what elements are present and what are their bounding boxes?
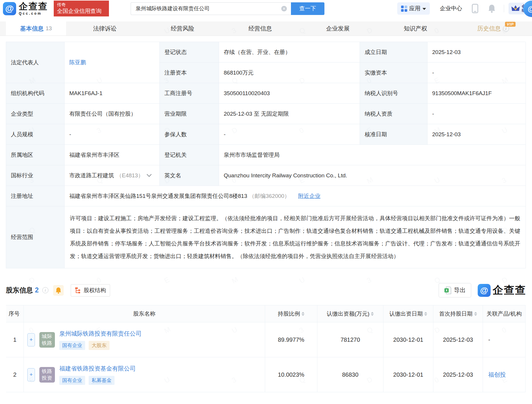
search-input[interactable]: [131, 2, 291, 15]
field-company-type-value: 有限责任公司（国有控股）: [65, 104, 160, 124]
field-staff-size-value: -: [65, 124, 160, 145]
apps-grid-icon: [401, 6, 407, 12]
shareholders-title: 股东信息: [6, 286, 33, 295]
field-english-name-label: 英文名: [160, 165, 219, 186]
tab-operation-info[interactable]: 经营信息: [221, 21, 299, 36]
row1-shareholder-link[interactable]: 泉州城际铁路投资有限责任公司: [59, 330, 142, 338]
enterprise-center-link[interactable]: 企业中心: [440, 5, 462, 12]
field-taxpayer-qual-label: 纳税人资质: [360, 104, 427, 124]
field-approval-date-label: 核准日期: [360, 124, 427, 145]
row1-related: -: [483, 322, 526, 357]
qcc-logo-text: 企查查: [19, 2, 48, 11]
row2-avatar-line1: 铁路: [42, 368, 53, 375]
sort-subscribe-date-icon[interactable]: [424, 312, 427, 316]
section-qcc-logo-text: 企查查: [493, 283, 526, 297]
row1-first-hold-date: 2025-12-03: [433, 322, 483, 357]
row1-amount: 781270: [317, 322, 383, 357]
tab-legal-litigation-label: 法律诉讼: [93, 25, 117, 33]
shareholders-section-header: 股东信息 2 i 股权结构 X: [6, 283, 526, 297]
tab-basic-info-label: 基本信息: [20, 25, 43, 33]
nearby-companies-link[interactable]: 附近企业: [298, 192, 320, 200]
promo-banner[interactable]: 传奇 全国企业信用查询: [54, 1, 109, 16]
row1-avatar-line1: 城际: [42, 333, 53, 340]
field-paid-capital-label: 实缴资本: [360, 63, 427, 83]
qcc-logo[interactable]: @ 企查查 Qcc.com: [3, 2, 48, 15]
row1-no: 1: [6, 322, 24, 357]
section-qcc-logo: @ 企查查: [478, 283, 526, 297]
address-postcode: （邮编362000）: [249, 192, 290, 200]
row2-shareholder-link[interactable]: 福建省铁路投资基金有限公司: [59, 365, 136, 373]
tab-bar: 基本信息 13 法律诉讼 经营风险 经营信息 企业发展 知识产权 VIP 历史信…: [0, 21, 532, 36]
row2-first-hold-date: 2025-12-03: [433, 357, 483, 392]
row1-subscribe-date: 2030-12-01: [383, 322, 433, 357]
field-address-label: 注册地址: [6, 186, 65, 206]
field-english-name-value: Quanzhou Intercity Railway Construction …: [219, 165, 526, 186]
row2-expand-button[interactable]: +: [27, 368, 35, 381]
promo-line1: 传奇: [57, 2, 106, 8]
field-biz-term-value: 2025-12-03 至 无固定期限: [219, 104, 360, 124]
tab-operation-risk[interactable]: 经营风险: [144, 21, 222, 36]
row2-ratio: 10.0023%: [265, 357, 317, 392]
field-legal-rep-value: 陈亚鹏: [65, 42, 160, 83]
field-org-code-label: 组织机构代码: [6, 83, 65, 104]
row2-tag-private-fund: 私募基金: [89, 376, 115, 385]
sort-first-hold-date-icon[interactable]: [474, 312, 477, 316]
tab-operation-risk-label: 经营风险: [171, 25, 194, 33]
industry-expand-chevron-icon[interactable]: [147, 174, 152, 177]
col-header-related: 关联产品/机构: [483, 305, 526, 322]
field-reg-authority-label: 登记机关: [160, 145, 219, 165]
legal-rep-link[interactable]: 陈亚鹏: [69, 59, 86, 66]
sort-amount-icon[interactable]: [371, 312, 374, 316]
svg-text:X: X: [445, 289, 448, 292]
row2-tag-state-owned: 国有企业: [59, 376, 85, 385]
field-scope-label: 经营范围: [6, 206, 65, 268]
field-region-value: 福建省泉州市丰泽区: [65, 145, 160, 165]
search-button[interactable]: 查一下: [291, 2, 324, 15]
row1-tag-major-shareholder: 大股东: [89, 341, 110, 350]
field-reg-status-label: 登记状态: [160, 42, 219, 63]
tab-history-info[interactable]: VIP 历史信息 i: [454, 21, 532, 36]
page: @ 企查查 Qcc.com 传奇 全国企业信用查询 ✕ 查一下: [0, 0, 532, 404]
field-industry-label: 国标行业: [6, 165, 65, 186]
row2-related-link[interactable]: 福创投: [488, 371, 506, 379]
org-chart-icon: [75, 287, 81, 294]
col-header-amount[interactable]: 认缴出资额(万元): [317, 305, 383, 322]
tab-history-info-label: 历史信息: [477, 25, 501, 33]
field-address-value: 福建省泉州市丰泽区美仙路151号泉州交通发展集团有限责任公司8楼813 （邮编3…: [65, 186, 526, 206]
row1-tag-state-owned: 国有企业: [59, 341, 85, 350]
col-header-first-hold-date[interactable]: 首次持股日期: [433, 305, 483, 322]
tab-company-development[interactable]: 企业发展: [299, 21, 377, 36]
industry-name: 市政道路工程建筑: [69, 172, 114, 179]
field-biz-reg-no-value: 350500110020403: [219, 83, 360, 104]
sort-ratio-icon[interactable]: [302, 312, 304, 316]
equity-structure-button[interactable]: 股权结构: [71, 284, 110, 297]
tab-legal-litigation[interactable]: 法律诉讼: [66, 21, 144, 36]
row2-amount: 86830: [317, 357, 383, 392]
col-header-subscribe-date[interactable]: 认缴出资日期: [383, 305, 433, 322]
basic-info-table: 法定代表人 陈亚鹏 登记状态 存续（在营、开业、在册） 成立日期 2025-12…: [6, 42, 526, 268]
equity-structure-label: 股权结构: [84, 287, 106, 294]
field-insured-value: -: [219, 124, 360, 145]
export-button[interactable]: X 导出: [439, 283, 471, 297]
header-divider: [504, 5, 504, 12]
row2-shareholder: + 铁路 投资 福建省铁路投资基金有限公司 国有企业 私募基金: [24, 357, 265, 392]
field-taxpayer-id-label: 纳税人识别号: [360, 83, 427, 104]
shareholders-count: 2: [35, 286, 39, 294]
tab-company-development-label: 企业发展: [326, 25, 350, 33]
field-company-type-label: 企业类型: [6, 104, 65, 124]
tab-intellectual-property[interactable]: 知识产权: [377, 21, 454, 36]
row1-shareholder: + 城际 铁路 泉州城际铁路投资有限责任公司 国有企业 大股东: [24, 322, 265, 357]
row1-expand-button[interactable]: +: [27, 333, 35, 346]
col-header-ratio[interactable]: 持股比例: [265, 305, 317, 322]
tab-basic-info[interactable]: 基本信息 13: [6, 21, 66, 36]
row2-avatar-line2: 投资: [42, 375, 53, 381]
chevron-down-icon: [422, 8, 426, 10]
shareholders-info-icon[interactable]: i: [42, 287, 48, 293]
apps-menu[interactable]: 应用: [397, 2, 430, 15]
qcc-logo-domain: Qcc.com: [19, 12, 48, 15]
notification-bell-icon[interactable]: [488, 4, 496, 13]
monitor-bell-button[interactable]: [53, 285, 64, 296]
search-clear-icon[interactable]: ✕: [281, 6, 287, 11]
field-reg-authority-value: 泉州市市场监督管理局: [219, 145, 526, 165]
mobile-app-icon[interactable]: [472, 4, 478, 13]
